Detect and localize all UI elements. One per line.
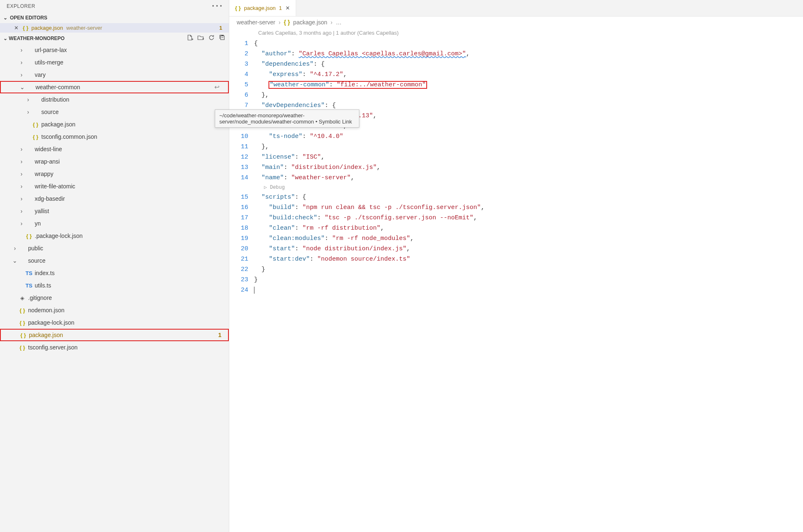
breadcrumb[interactable]: weather-server › { } package.json › … (229, 17, 803, 28)
problems-badge: 1 (219, 25, 222, 31)
ts-icon: TS (25, 283, 33, 289)
tree-folder[interactable]: ›distribution (0, 93, 229, 106)
tree-file[interactable]: { }package-lock.json (0, 316, 229, 329)
tree-file[interactable]: TSindex.ts (0, 267, 229, 279)
line-number: 17 (229, 213, 248, 223)
tree-folder[interactable]: ›public (0, 242, 229, 254)
tree-item-label: utils-merge (35, 59, 226, 66)
git-blame-annotation: Carles Capellas, 3 months ago | 1 author… (229, 28, 803, 38)
chevron-right-icon: › (18, 146, 25, 152)
chevron-down-icon: ⌄ (3, 15, 7, 21)
tree-item-label: source (28, 257, 226, 264)
line-number: 1 (229, 38, 248, 49)
tree-item-label: package.json (29, 332, 225, 338)
tab-filename: package.json (244, 5, 276, 11)
breadcrumb-file[interactable]: package.json (293, 19, 328, 26)
open-editor-item[interactable]: ✕ { } package.json weather-server 1 (0, 23, 229, 33)
line-number: 16 (229, 202, 248, 213)
tree-folder[interactable]: ›write-file-atomic (0, 180, 229, 192)
tree-item-label: url-parse-lax (35, 47, 226, 53)
ts-icon: TS (25, 270, 33, 276)
tree-item-label: wrappy (35, 171, 226, 177)
json-icon: { } (18, 344, 26, 351)
tab-bar: { } package.json 1 ✕ (229, 0, 803, 17)
tree-folder[interactable]: ›yn (0, 217, 229, 230)
chevron-right-icon: › (25, 96, 31, 103)
tree-folder[interactable]: ›wrappy (0, 168, 229, 180)
tree-item-label: .gitignore (28, 294, 226, 301)
tree-item-label: widest-line (35, 146, 226, 152)
tree-item-label: distribution (41, 96, 226, 103)
json-icon: { } (235, 5, 241, 11)
line-number: 20 (229, 244, 248, 254)
chevron-down-icon: ⌄ (19, 84, 26, 90)
json-icon: { } (19, 332, 27, 338)
file-tree: ›url-parse-lax›utils-merge›vary⌄weather-… (0, 44, 229, 532)
line-number: 22 (229, 264, 248, 275)
code-editor[interactable]: 123456789101112131415161718192021222324 … (229, 38, 803, 304)
tree-folder[interactable]: ›url-parse-lax (0, 44, 229, 56)
tree-item-label: xdg-basedir (35, 195, 226, 202)
workspace-header[interactable]: ⌄ WEATHER-MONOREPO (0, 33, 229, 44)
chevron-right-icon: › (278, 19, 280, 26)
tree-folder[interactable]: ›source (0, 106, 229, 118)
line-number: 6 (229, 90, 248, 100)
tree-file[interactable]: { }tsconfig.server.json (0, 341, 229, 354)
line-number: 3 (229, 59, 248, 69)
chevron-right-icon: › (18, 59, 25, 66)
explorer-sidebar: EXPLORER • • • ⌄ OPEN EDITORS ✕ { } pack… (0, 0, 229, 532)
line-number: 12 (229, 152, 248, 162)
open-editor-filename: package.json (31, 25, 63, 31)
json-icon: { } (18, 320, 26, 326)
tree-item-label: index.ts (35, 270, 226, 276)
tree-item-label: source (41, 109, 226, 115)
open-editors-header[interactable]: ⌄ OPEN EDITORS (0, 12, 229, 23)
new-folder-icon[interactable] (197, 34, 204, 42)
json-icon: { } (284, 19, 290, 26)
tab-package-json[interactable]: { } package.json 1 ✕ (229, 0, 296, 16)
hover-tooltip: ~/code/weather-monorepo/weather-server/n… (215, 109, 359, 128)
breadcrumb-more[interactable]: … (336, 19, 342, 26)
tree-item-label: nodemon.json (28, 307, 226, 314)
tree-item-label: .package-lock.json (35, 233, 226, 239)
tree-folder[interactable]: ›yallist (0, 205, 229, 217)
line-number: 18 (229, 223, 248, 233)
open-editors-label: OPEN EDITORS (10, 15, 47, 21)
explorer-title: EXPLORER (7, 3, 35, 9)
highlighted-dependency: "weather-common": "file:../weather-commo… (269, 81, 427, 88)
tree-folder[interactable]: ⌄source (0, 254, 229, 267)
line-number: 10 (229, 131, 248, 142)
breadcrumb-folder[interactable]: weather-server (237, 19, 275, 26)
line-number: 13 (229, 162, 248, 173)
tree-file[interactable]: { }tsconfig.common.json (0, 131, 229, 143)
new-file-icon[interactable] (187, 34, 193, 42)
tree-file[interactable]: { }nodemon.json (0, 304, 229, 316)
chevron-down-icon: ⌄ (3, 36, 7, 41)
tree-file[interactable]: { }.package-lock.json (0, 230, 229, 242)
refresh-icon[interactable] (208, 34, 215, 42)
close-icon[interactable]: ✕ (14, 25, 19, 31)
explorer-more-icon[interactable]: • • • (212, 3, 222, 9)
code-content[interactable]: { "author": "Carles Capellas <capellas.c… (254, 38, 803, 295)
tree-folder[interactable]: ›xdg-basedir (0, 192, 229, 205)
tree-folder[interactable]: ›wrap-ansi (0, 155, 229, 168)
tree-item-label: yallist (35, 208, 226, 214)
tree-item-label: tsconfig.server.json (28, 344, 226, 351)
tree-item-label: utils.ts (35, 282, 226, 289)
tree-folder[interactable]: ›utils-merge (0, 56, 229, 69)
tree-item-label: public (28, 245, 226, 252)
tree-file[interactable]: TSutils.ts (0, 279, 229, 292)
workspace-label: WEATHER-MONOREPO (9, 36, 64, 41)
tree-folder[interactable]: ›vary (0, 69, 229, 81)
debug-codelens[interactable]: ▷ Debug (254, 183, 803, 192)
tree-item-label: wrap-ansi (35, 158, 226, 165)
tab-close-icon[interactable]: ✕ (285, 5, 290, 11)
tree-folder[interactable]: ⌄weather-common↩ (0, 81, 229, 93)
tree-item-label: vary (35, 71, 226, 78)
collapse-all-icon[interactable] (219, 34, 226, 42)
tree-file[interactable]: ◈.gitignore (0, 292, 229, 304)
tree-item-label: package-lock.json (28, 319, 226, 326)
tree-folder[interactable]: ›widest-line (0, 143, 229, 155)
tree-file[interactable]: { }package.json (0, 118, 229, 131)
tree-file[interactable]: { }package.json1 (0, 329, 229, 341)
